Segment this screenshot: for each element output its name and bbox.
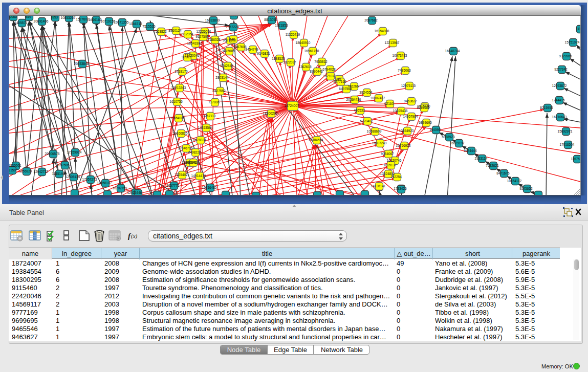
svg-text:8878334: 8878334 (193, 138, 206, 142)
svg-text:9527508: 9527508 (195, 35, 209, 38)
svg-text:16648784: 16648784 (445, 49, 460, 53)
svg-text:8960124: 8960124 (168, 29, 182, 32)
svg-text:10025438: 10025438 (393, 109, 408, 113)
svg-text:9115460: 9115460 (417, 106, 430, 110)
svg-text:11325419: 11325419 (286, 33, 300, 36)
svg-text:2803144: 2803144 (215, 76, 229, 79)
svg-text:9146821: 9146821 (257, 52, 270, 55)
svg-text:13654923: 13654923 (399, 129, 414, 133)
svg-text:6466160: 6466160 (89, 18, 102, 21)
svg-text:1853: 1853 (51, 16, 58, 19)
svg-text:1610755: 1610755 (169, 100, 183, 103)
svg-text:12213363: 12213363 (171, 86, 186, 90)
svg-text:9227342: 9227342 (554, 68, 568, 71)
svg-text:5720407: 5720407 (360, 119, 373, 123)
svg-text:1362615: 1362615 (298, 65, 312, 69)
svg-text:9463627: 9463627 (404, 99, 417, 103)
svg-text:546: 546 (230, 37, 235, 41)
svg-text:2087682: 2087682 (364, 18, 378, 22)
svg-text:10671355: 10671355 (114, 20, 129, 24)
svg-text:19384554: 19384554 (309, 138, 323, 142)
svg-text:18640910: 18640910 (296, 41, 311, 45)
svg-text:1615132: 1615132 (383, 163, 397, 167)
svg-text:7625402: 7625402 (175, 173, 188, 177)
svg-text:12975115: 12975115 (401, 84, 416, 87)
svg-text:12505135: 12505135 (66, 175, 80, 179)
svg-text:2933114: 2933114 (475, 157, 488, 160)
svg-text:4498222: 4498222 (188, 150, 201, 154)
svg-text:16782759: 16782759 (113, 186, 127, 190)
svg-text:2718170: 2718170 (175, 70, 188, 73)
svg-text:16154808: 16154808 (375, 29, 389, 33)
svg-text:8215955: 8215955 (540, 106, 553, 110)
svg-text:62160: 62160 (384, 102, 394, 105)
svg-text:14914479: 14914479 (191, 174, 206, 178)
svg-text:16120746: 16120746 (387, 159, 402, 162)
svg-text:93159: 93159 (9, 168, 16, 172)
svg-text:717006: 717006 (208, 100, 220, 104)
svg-text:17359924: 17359924 (67, 150, 82, 154)
svg-text:1733426: 1733426 (394, 187, 407, 190)
svg-text:7563822: 7563822 (154, 30, 167, 33)
svg-text:7955812: 7955812 (314, 60, 328, 63)
svg-text:18300295: 18300295 (263, 112, 278, 115)
svg-text:15751074: 15751074 (565, 40, 580, 44)
svg-text:16543382: 16543382 (187, 41, 202, 45)
svg-text:9909469: 9909469 (186, 161, 199, 164)
svg-text:12093872: 12093872 (552, 84, 567, 87)
svg-text:10807487: 10807487 (371, 96, 385, 100)
svg-text:15692971: 15692971 (558, 129, 573, 133)
svg-text:1156829: 1156829 (19, 169, 32, 173)
svg-text:954: 954 (26, 16, 31, 18)
svg-text:20533846: 20533846 (74, 62, 89, 65)
svg-text:20065: 20065 (9, 16, 17, 18)
svg-text:10756923: 10756923 (396, 144, 411, 147)
svg-text:9084067: 9084067 (381, 152, 394, 156)
svg-text:8454749: 8454749 (245, 48, 258, 51)
svg-text:16210643: 16210643 (552, 115, 567, 119)
svg-text:116753: 116753 (571, 157, 580, 161)
svg-text:18807249: 18807249 (372, 141, 387, 145)
svg-text:7357224: 7357224 (226, 25, 239, 29)
svg-text:14957984: 14957984 (403, 115, 418, 118)
svg-text:16961758: 16961758 (304, 49, 319, 53)
svg-text:10719155: 10719155 (101, 19, 116, 23)
svg-text:19166825: 19166825 (173, 132, 188, 135)
svg-text:1145194: 1145194 (52, 172, 65, 176)
svg-text:5938923: 5938923 (442, 135, 455, 139)
svg-text:10975857: 10975857 (57, 163, 72, 167)
svg-text:1527602: 1527602 (76, 17, 89, 21)
svg-text:8813054: 8813054 (264, 18, 277, 21)
svg-text:9777169: 9777169 (333, 80, 346, 83)
svg-text:17046796: 17046796 (178, 146, 193, 150)
svg-text:8912954: 8912954 (180, 32, 193, 36)
svg-text:1112: 1112 (576, 27, 580, 31)
svg-text:1921853: 1921853 (275, 24, 288, 27)
svg-text:9242845: 9242845 (220, 64, 233, 68)
svg-text:252254: 252254 (390, 175, 402, 179)
svg-text:14353594: 14353594 (198, 126, 213, 129)
svg-text:17957273: 17957273 (82, 178, 97, 181)
svg-text:164095: 164095 (429, 128, 441, 132)
svg-text:18724007: 18724007 (285, 104, 299, 107)
svg-text:19654985: 19654985 (170, 116, 185, 120)
svg-text:8990443: 8990443 (310, 70, 323, 73)
svg-text:1835001: 1835001 (9, 164, 21, 167)
svg-text:9474444: 9474444 (464, 149, 477, 152)
svg-text:2667608: 2667608 (233, 45, 247, 49)
svg-text:3267110: 3267110 (203, 114, 216, 118)
svg-text:1822037: 1822037 (283, 60, 296, 64)
svg-text:17016504: 17016504 (560, 143, 575, 146)
svg-text:20364436: 20364436 (346, 98, 361, 101)
svg-text:6899695: 6899695 (419, 121, 432, 124)
svg-text:486532: 486532 (354, 108, 365, 112)
svg-text:12226056: 12226056 (197, 30, 211, 33)
svg-text:10973493: 10973493 (393, 54, 407, 57)
svg-text:6879197: 6879197 (451, 141, 465, 145)
svg-text:1066713: 1066713 (129, 22, 142, 26)
svg-text:7515526: 7515526 (142, 25, 156, 28)
svg-text:8471676: 8471676 (496, 171, 510, 175)
svg-text:7632621: 7632621 (486, 164, 499, 167)
svg-text:(x): (x) (131, 233, 138, 239)
svg-text:1803: 1803 (229, 16, 237, 17)
